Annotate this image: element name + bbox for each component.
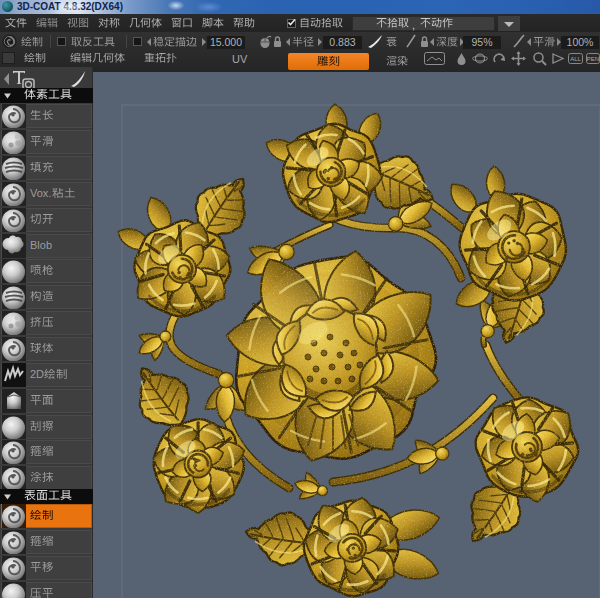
svg-text:PEN: PEN <box>587 56 599 62</box>
svg-text:ALL: ALL <box>570 56 581 62</box>
